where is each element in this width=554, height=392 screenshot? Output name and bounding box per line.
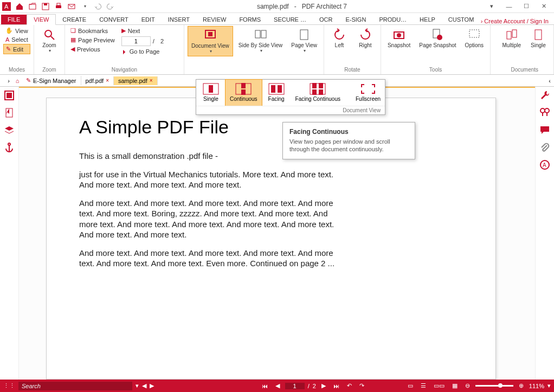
gallery-facing-continuous[interactable]: Facing Continuous bbox=[291, 80, 345, 106]
tab-insert[interactable]: INSERT bbox=[162, 15, 196, 24]
gallery-continuous[interactable]: Continuous bbox=[225, 79, 262, 106]
nav-bookmarks[interactable]: ❏Bookmarks bbox=[68, 26, 117, 35]
zoom-percent[interactable]: 111% bbox=[529, 383, 544, 389]
qat-dropdown[interactable]: ▾ bbox=[79, 1, 90, 12]
zoom-button[interactable]: Zoom▾ bbox=[37, 26, 61, 55]
snapshot-button[interactable]: Snapshot bbox=[384, 26, 414, 50]
tab-produce[interactable]: PRODU… bbox=[372, 15, 413, 24]
close-tab-icon[interactable]: × bbox=[106, 78, 109, 83]
status-next-page[interactable]: ▶ bbox=[319, 382, 328, 389]
comment-icon[interactable] bbox=[539, 125, 550, 136]
anchor-icon[interactable] bbox=[4, 142, 15, 153]
gallery-facing[interactable]: Facing bbox=[262, 80, 291, 106]
gallery-fullscreen[interactable]: Fullscreen bbox=[351, 80, 385, 106]
page-view-button[interactable]: Page View▾ bbox=[288, 26, 320, 55]
zoom-slider[interactable] bbox=[475, 385, 513, 387]
attachment-icon[interactable] bbox=[539, 142, 550, 153]
stamp-icon[interactable]: A bbox=[539, 159, 550, 170]
single-doc-icon bbox=[532, 28, 545, 41]
options-button[interactable]: Options bbox=[462, 26, 487, 50]
search-dropdown-icon[interactable]: ▾ bbox=[136, 382, 139, 389]
tab-custom[interactable]: CUSTOM bbox=[442, 15, 480, 24]
doctab-esign[interactable]: ✎E-Sign Manager bbox=[22, 76, 81, 85]
status-prev-page[interactable]: ◀ bbox=[273, 382, 282, 389]
mode-edit[interactable]: ✎Edit bbox=[3, 44, 30, 54]
rotate-left[interactable]: Left bbox=[327, 26, 351, 50]
status-view-single-icon[interactable]: ▭ bbox=[405, 382, 415, 389]
print-icon[interactable] bbox=[53, 1, 64, 12]
tab-forms[interactable]: FORMS bbox=[233, 15, 267, 24]
tab-convert[interactable]: CONVERT bbox=[93, 15, 135, 24]
thumbnails-icon[interactable] bbox=[4, 90, 15, 101]
tab-esign[interactable]: E-SIGN bbox=[339, 15, 372, 24]
zoom-in-icon[interactable]: ⊕ bbox=[517, 382, 526, 389]
svg-rect-43 bbox=[312, 83, 317, 88]
tab-nav-prev[interactable]: › bbox=[4, 76, 13, 85]
nav-next[interactable]: ▶Next bbox=[119, 26, 166, 35]
status-page-input[interactable] bbox=[285, 383, 305, 389]
close-tab-icon[interactable]: × bbox=[150, 78, 153, 83]
window-controls: ▾ ― ☐ ✕ bbox=[487, 2, 554, 11]
status-view-facingcont-icon[interactable]: ▦ bbox=[450, 382, 460, 389]
doctab-pdf[interactable]: pdf.pdf× bbox=[81, 76, 114, 85]
ribbon: ✋View ASelect ✎Edit Modes Zoom▾ Zoom ❏Bo… bbox=[0, 25, 554, 75]
redo-icon[interactable] bbox=[105, 1, 116, 12]
status-rotate-right[interactable]: ↷ bbox=[357, 382, 366, 389]
status-rotate-left[interactable]: ↶ bbox=[345, 382, 354, 389]
title-bar: A ▾ sample.pdf - PDF Architect 7 ▾ ― ☐ ✕ bbox=[0, 0, 554, 13]
home-icon[interactable] bbox=[14, 1, 25, 12]
docs-single[interactable]: Single bbox=[526, 26, 550, 50]
document-canvas[interactable]: A Simple PDF File This is a small demons… bbox=[19, 87, 535, 387]
doctab-sample[interactable]: sample.pdf× bbox=[114, 76, 158, 85]
nav-page-preview[interactable]: ▦Page Preview bbox=[68, 35, 117, 44]
open-icon[interactable] bbox=[27, 1, 38, 12]
tab-edit[interactable]: EDIT bbox=[135, 15, 162, 24]
status-first-page[interactable]: ⏮ bbox=[260, 383, 270, 389]
rotate-right[interactable]: Right bbox=[353, 26, 377, 50]
save-icon[interactable] bbox=[40, 1, 51, 12]
tab-file[interactable]: FILE bbox=[1, 15, 27, 24]
mode-select[interactable]: ASelect bbox=[3, 35, 30, 44]
tab-nav-next[interactable]: ‹ bbox=[545, 76, 554, 85]
status-view-facing-icon[interactable]: ▭▭ bbox=[431, 382, 447, 389]
document-view-button[interactable]: Document View▾ bbox=[188, 26, 233, 56]
svg-text:A: A bbox=[4, 3, 9, 10]
search-side-icon[interactable] bbox=[539, 107, 550, 118]
page-number-input[interactable] bbox=[121, 36, 151, 46]
status-menu-icon[interactable]: ⋮⋮ bbox=[3, 382, 15, 389]
tab-secure[interactable]: SECURE … bbox=[267, 15, 313, 24]
email-icon[interactable] bbox=[66, 1, 77, 12]
mode-view[interactable]: ✋View bbox=[3, 26, 30, 35]
account-link[interactable]: › Create Account / Sign In bbox=[481, 18, 549, 24]
maximize-icon[interactable]: ☐ bbox=[521, 2, 531, 11]
undo-icon[interactable] bbox=[92, 1, 103, 12]
nav-previous[interactable]: ◀Previous bbox=[68, 44, 117, 54]
docs-multiple[interactable]: Multiple bbox=[499, 26, 524, 50]
search-next-icon[interactable]: ▶ bbox=[150, 382, 154, 389]
bookmarks-side-icon[interactable] bbox=[4, 107, 15, 118]
status-last-page[interactable]: ⏭ bbox=[331, 383, 342, 389]
close-icon[interactable]: ✕ bbox=[539, 2, 549, 11]
side-by-side-button[interactable]: Side By Side View▾ bbox=[235, 26, 286, 55]
page-total: 2 bbox=[160, 38, 164, 44]
minimize-panel-icon[interactable]: ▾ bbox=[487, 2, 497, 11]
tab-ocr[interactable]: OCR bbox=[313, 15, 339, 24]
tab-create[interactable]: CREATE bbox=[56, 15, 93, 24]
tab-review[interactable]: REVIEW bbox=[196, 15, 233, 24]
search-input[interactable] bbox=[18, 382, 132, 390]
zoom-out-icon[interactable]: ⊖ bbox=[463, 382, 472, 389]
minimize-icon[interactable]: ― bbox=[504, 2, 514, 11]
layers-icon[interactable] bbox=[4, 125, 15, 136]
gallery-single[interactable]: Single bbox=[196, 80, 226, 106]
tab-view[interactable]: VIEW bbox=[27, 14, 56, 25]
page-snapshot-button[interactable]: Page Snapshot bbox=[416, 26, 459, 50]
status-view-continuous-icon[interactable]: ☰ bbox=[418, 382, 428, 389]
app-logo[interactable]: A bbox=[1, 1, 12, 12]
fullscreen-icon bbox=[360, 83, 376, 95]
search-prev-icon[interactable]: ◀ bbox=[142, 382, 146, 389]
zoom-dropdown-icon[interactable]: ▾ bbox=[547, 382, 551, 389]
home-tab-icon[interactable]: ⌂ bbox=[13, 76, 22, 85]
wrench-icon[interactable] bbox=[539, 90, 550, 101]
nav-goto[interactable]: ⏵Go to Page bbox=[119, 47, 166, 56]
tab-help[interactable]: HELP bbox=[413, 15, 442, 24]
